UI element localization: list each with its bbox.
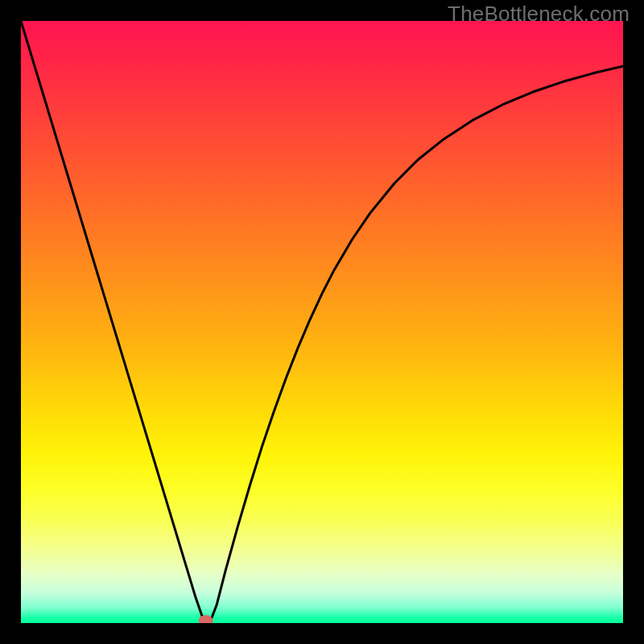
chart-frame: TheBottleneck.com (0, 0, 644, 644)
curve-svg (21, 21, 623, 623)
minimum-marker-icon (199, 615, 213, 623)
plot-area (21, 21, 623, 623)
bottleneck-curve (21, 21, 623, 623)
